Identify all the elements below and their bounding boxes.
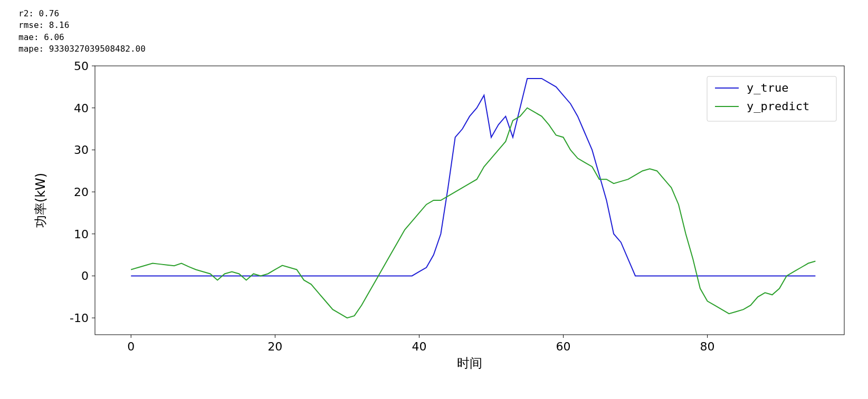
y-tick-label: 10 — [74, 228, 89, 241]
x-tick-label: 40 — [412, 340, 426, 353]
legend-label: y_predict — [747, 100, 809, 113]
y-tick-label: 50 — [74, 61, 89, 73]
x-axis-label: 时间 — [457, 356, 482, 371]
x-tick-label: 0 — [127, 340, 135, 353]
metric-mae: mae: 6.06 — [18, 32, 146, 43]
chart-svg: 020406080-1001020304050时间功率(kW)y_truey_p… — [16, 61, 855, 387]
metric-r2: r2: 0.76 — [18, 8, 146, 20]
x-tick-label: 80 — [700, 340, 715, 353]
metric-mape: mape: 9330327039508482.00 — [18, 43, 146, 55]
x-tick-label: 60 — [556, 340, 571, 353]
x-tick-label: 20 — [268, 340, 282, 353]
y-tick-label: 40 — [74, 102, 89, 115]
y-tick-label: 20 — [74, 186, 89, 199]
metrics-block: r2: 0.76 rmse: 8.16 mae: 6.06 mape: 9330… — [18, 8, 146, 55]
y-tick-label: 30 — [74, 143, 89, 157]
chart-container: 020406080-1001020304050时间功率(kW)y_truey_p… — [16, 61, 855, 387]
y-tick-label: -10 — [70, 312, 89, 325]
y-axis-label: 功率(kW) — [33, 173, 48, 228]
legend-label: y_true — [747, 81, 788, 94]
series-y_predict — [131, 108, 815, 318]
y-tick-label: 0 — [81, 269, 89, 283]
metric-rmse: rmse: 8.16 — [18, 20, 146, 31]
